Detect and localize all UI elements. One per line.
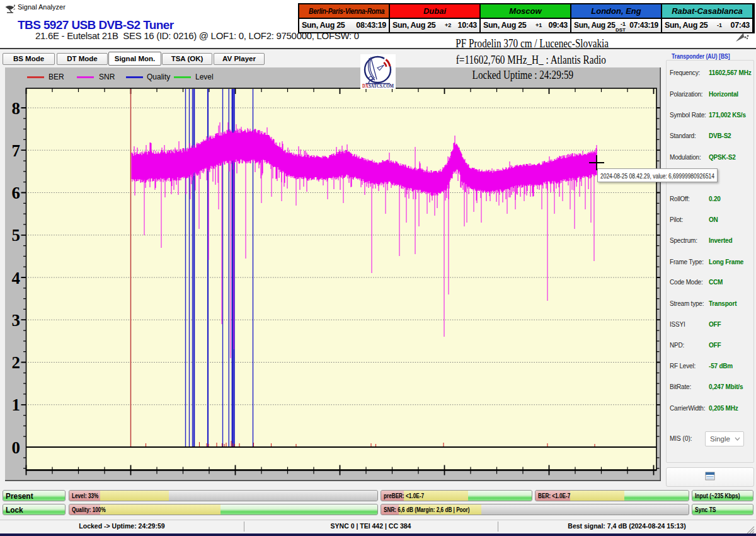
svg-text:2: 2 xyxy=(12,353,21,372)
svg-text:7: 7 xyxy=(12,141,21,160)
svg-text:0: 0 xyxy=(12,438,21,457)
svg-text:5: 5 xyxy=(12,226,21,245)
svg-text:DXSATCS.COM: DXSATCS.COM xyxy=(362,83,394,89)
svg-text:1: 1 xyxy=(12,395,21,414)
svg-text:8: 8 xyxy=(12,99,21,118)
svg-text:2024-08-25 08.42.29, value: 6,: 2024-08-25 08.42.29, value: 6,6999998092… xyxy=(600,172,714,180)
svg-text:6: 6 xyxy=(12,184,21,202)
svg-text:3: 3 xyxy=(12,311,21,330)
svg-text:4: 4 xyxy=(12,269,21,288)
